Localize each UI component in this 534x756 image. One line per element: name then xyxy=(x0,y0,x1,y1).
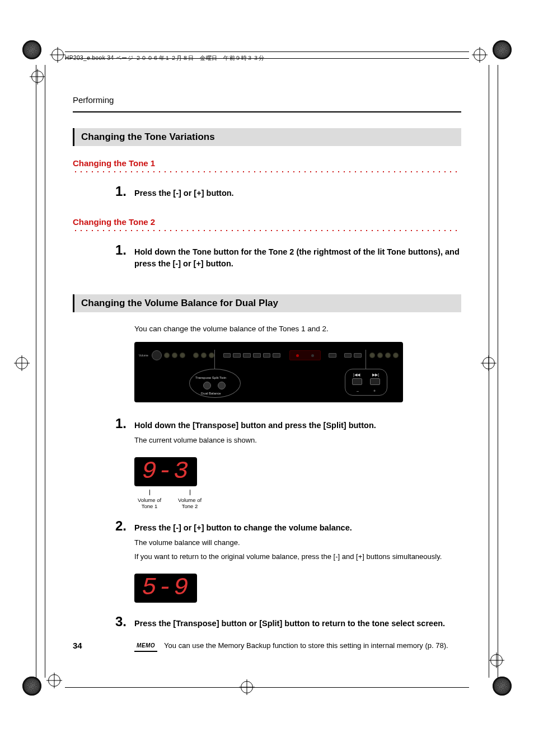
dotted-rule xyxy=(73,229,461,232)
section-rule xyxy=(73,111,461,112)
plus-button-icon xyxy=(370,378,380,385)
crop-line xyxy=(36,65,36,678)
crop-line xyxy=(45,65,45,678)
tone-button-icon xyxy=(233,353,241,358)
led-button-icon xyxy=(164,353,170,358)
registration-mark-icon xyxy=(48,674,60,687)
forward-icon: ▶▶| xyxy=(372,373,379,377)
segment-display: 9-3 xyxy=(134,457,197,486)
plus-icon: + xyxy=(373,389,376,393)
callout-line xyxy=(214,350,215,369)
led-button-icon xyxy=(180,353,185,358)
crop-line xyxy=(498,65,498,678)
registration-mark-icon xyxy=(490,654,503,666)
dotted-rule xyxy=(73,170,461,173)
crop-line xyxy=(65,687,469,688)
minus-icon: – xyxy=(357,389,359,393)
step-text: Press the [Transpose] button or [Split] … xyxy=(134,618,461,630)
tone-button-icon xyxy=(243,353,251,358)
step-number: 1. xyxy=(115,185,127,198)
display-icon xyxy=(289,350,321,360)
heading-tone-2: Changing the Tone 2 xyxy=(73,217,461,227)
transport-callout: |◀◀ ▶▶| – + xyxy=(345,369,387,398)
heading-tone-1: Changing the Tone 1 xyxy=(73,158,461,168)
crop-line xyxy=(65,51,469,52)
step-desc: The current volume balance is shown. xyxy=(134,435,461,446)
callout-line xyxy=(366,350,366,369)
transpose-split-callout: Transpose Split Twin Dual Balance xyxy=(189,369,241,398)
book-info: HP203_e.book 34 ページ ２００６年１２月８日 金曜日 午前９時３… xyxy=(65,54,265,62)
step-text: Hold down the [Transpose] button and pre… xyxy=(134,421,376,430)
led-button-icon xyxy=(369,353,375,358)
rewind-icon: |◀◀ xyxy=(353,373,360,377)
crop-line xyxy=(489,65,489,678)
registration-mark-icon xyxy=(16,357,28,369)
led-button-icon xyxy=(393,353,399,358)
crop-corner-icon xyxy=(22,677,41,696)
minus-button-icon xyxy=(352,378,362,385)
led-button-icon xyxy=(193,353,199,358)
panel-figure: Volume xyxy=(134,342,403,402)
memo-text: You can use the Memory Backup function t… xyxy=(164,641,448,651)
volume-knob-icon xyxy=(152,350,162,360)
crop-corner-icon xyxy=(493,40,512,59)
song-button-icon xyxy=(329,353,336,358)
split-button-icon xyxy=(218,382,226,389)
registration-mark-icon xyxy=(474,49,486,61)
plus-button-icon xyxy=(354,353,362,358)
step-desc: The volume balance will change. xyxy=(134,537,461,548)
led-button-icon xyxy=(209,353,214,358)
segment-display-labels: Volume of Tone 1 Volume of Tone 2 xyxy=(134,490,461,509)
heading-volume-balance: Changing the Volume Balance for Dual Pla… xyxy=(73,294,461,312)
registration-mark-icon xyxy=(51,49,64,61)
page-number: 34 xyxy=(73,641,82,650)
tone-button-icon xyxy=(263,353,271,358)
minus-button-icon xyxy=(344,353,352,358)
segment-display: 5-9 xyxy=(134,574,197,603)
panel-label: Volume xyxy=(139,354,148,357)
step-number: 1. xyxy=(115,417,127,430)
led-button-icon xyxy=(172,353,177,358)
step-text: Press the [-] or [+] button to change th… xyxy=(134,523,352,532)
step-number: 2. xyxy=(115,519,127,533)
led-button-icon xyxy=(201,353,207,358)
heading-tone-variations: Changing the Tone Variations xyxy=(73,128,461,146)
intro-text: You can change the volume balance of the… xyxy=(134,325,461,333)
memo-icon: MEMO xyxy=(134,641,157,652)
crop-corner-icon xyxy=(493,677,512,696)
tone-button-icon xyxy=(273,353,280,358)
step-text: Press the [-] or [+] button. xyxy=(134,187,461,199)
tone-button-icon xyxy=(253,353,261,358)
step-number: 3. xyxy=(115,615,127,628)
led-button-icon xyxy=(377,353,383,358)
step-text: Hold down the Tone button for the Tone 2… xyxy=(134,246,461,270)
transpose-button-icon xyxy=(203,382,211,389)
registration-mark-icon xyxy=(31,71,44,83)
tone-button-icon xyxy=(223,353,231,358)
crop-corner-icon xyxy=(22,40,41,59)
step-number: 1. xyxy=(115,243,127,257)
section-label: Performing xyxy=(73,95,461,105)
step-desc: If you want to return to the original vo… xyxy=(134,551,461,562)
led-button-icon xyxy=(385,353,391,358)
